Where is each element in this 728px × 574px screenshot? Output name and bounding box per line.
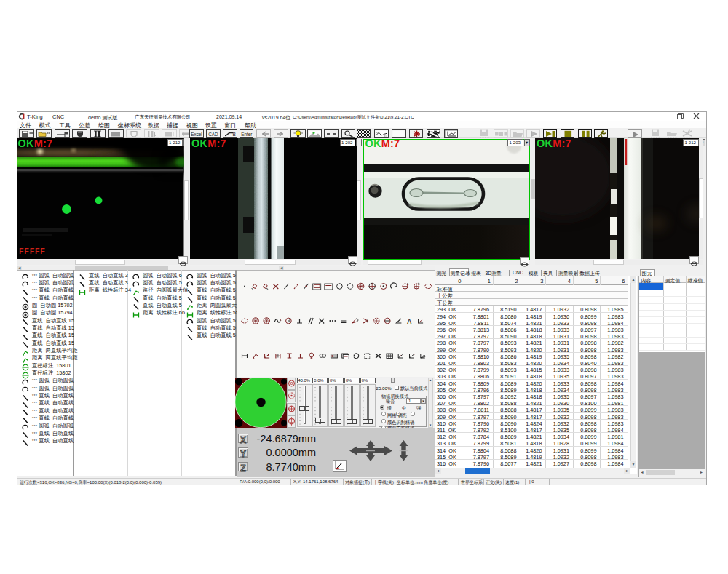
svg-text:Y: Y	[240, 450, 245, 458]
svg-text:A: A	[407, 318, 412, 325]
svg-text:Z: Z	[240, 464, 245, 473]
svg-text:X: X	[240, 436, 245, 445]
svg-text:FFFFF: FFFFF	[19, 247, 46, 255]
svg-text:B: B	[233, 132, 236, 137]
